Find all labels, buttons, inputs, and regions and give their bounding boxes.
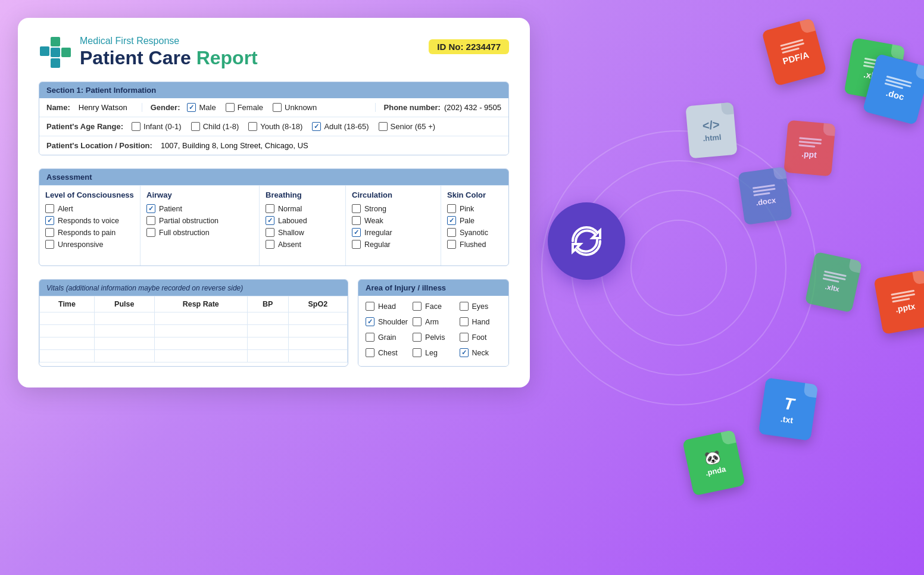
table-row <box>40 338 348 350</box>
col-skin-color-header: Skin Color <box>447 190 509 199</box>
cb-flushed[interactable] <box>447 240 456 249</box>
cb-adult[interactable] <box>312 122 321 131</box>
cb-male[interactable] <box>187 103 196 112</box>
cb-chest[interactable] <box>366 348 374 357</box>
title-normal: Report <box>196 47 258 68</box>
cb-senior[interactable] <box>379 122 388 131</box>
cb-child[interactable] <box>191 122 200 131</box>
col-consciousness-header: Level of Consciousness <box>45 190 134 199</box>
gender-unknown: Unknown <box>273 103 317 112</box>
file-icon-pdfa: PDF/A <box>761 18 827 86</box>
cb-shoulder[interactable] <box>366 317 374 326</box>
cb-foot[interactable] <box>460 333 469 342</box>
file-xltx-label: .xltx <box>825 282 840 293</box>
injury-arm: Arm <box>413 317 454 326</box>
cb-pink[interactable] <box>447 204 456 213</box>
injury-grain: Grain <box>366 333 408 342</box>
age-infant-label: Infant (0-1) <box>143 122 182 131</box>
col-airway-header: Airway <box>146 190 253 199</box>
cb-alert[interactable] <box>45 204 54 213</box>
injury-chest: Chest <box>366 348 408 357</box>
vitals-title: Vitals <box>46 284 64 292</box>
header-left: Medical First Response Patient Care Repo… <box>39 36 258 68</box>
injury-grid: Head Face Eyes Shoulder Arm Hand Grain P… <box>366 302 501 360</box>
sync-circle[interactable] <box>548 202 625 280</box>
cb-laboued[interactable] <box>266 216 274 225</box>
injury-hand: Hand <box>460 317 501 326</box>
name-label: Name: <box>46 103 70 112</box>
vitals-subtitle: (additional information maybe recorded o… <box>66 284 244 292</box>
cb-youth[interactable] <box>248 122 257 131</box>
injury-foot: Foot <box>460 333 501 342</box>
item-patient: Patient <box>146 204 253 213</box>
injury-face: Face <box>413 302 454 311</box>
age-child-label: Child (1-8) <box>203 122 239 131</box>
cb-responds-voice[interactable] <box>45 216 54 225</box>
vitals-body <box>40 312 348 362</box>
cb-face[interactable] <box>413 302 422 311</box>
item-partial-obs: Partial obstruction <box>146 216 253 225</box>
col-circulation-header: Circulation <box>352 190 435 199</box>
cb-arm[interactable] <box>413 317 422 326</box>
logo-icon <box>39 36 71 68</box>
item-shallow: Shallow <box>266 228 339 237</box>
header-subtitle: Medical First Response <box>80 36 258 46</box>
injury-pelvis: Pelvis <box>413 333 454 342</box>
cb-female[interactable] <box>226 103 235 112</box>
col-circulation: Circulation Strong Weak Irregular Regula… <box>346 186 441 265</box>
cb-infant[interactable] <box>132 122 141 131</box>
cb-syanotic[interactable] <box>447 228 456 237</box>
injury-eyes: Eyes <box>460 302 501 311</box>
cb-neck[interactable] <box>460 348 469 357</box>
item-alert: Alert <box>45 204 134 213</box>
col-consciousness: Level of Consciousness Alert Responds to… <box>39 186 141 265</box>
cb-hand[interactable] <box>460 317 469 326</box>
gender-unknown-label: Unknown <box>285 103 317 112</box>
cb-regular[interactable] <box>352 240 361 249</box>
item-pink: Pink <box>447 204 509 213</box>
icon-area: PDF/A .xlsx </> .html .ppt <box>512 0 924 575</box>
cb-eyes[interactable] <box>460 302 469 311</box>
cb-responds-pain[interactable] <box>45 228 54 237</box>
assessment-grid: Level of Consciousness Alert Responds to… <box>39 185 508 265</box>
cb-unknown[interactable] <box>273 103 282 112</box>
vitals-col-bp: BP <box>247 296 288 312</box>
assessment-header: Assessment <box>39 169 508 185</box>
file-icon-ppt: .ppt <box>783 120 835 177</box>
phone-value: (202) 432 - 9505 <box>444 103 501 112</box>
cb-pale[interactable] <box>447 216 456 225</box>
cb-strong[interactable] <box>352 204 361 213</box>
age-checkboxes: Infant (0-1) Child (1-8) Youth (8-18) Ad… <box>132 122 435 131</box>
phone-label: Phone number: <box>384 103 441 112</box>
file-icon-txt: T .txt <box>758 377 818 440</box>
report-card: Medical First Response Patient Care Repo… <box>18 18 530 388</box>
cb-pelvis[interactable] <box>413 333 422 342</box>
cb-weak[interactable] <box>352 216 361 225</box>
cb-leg[interactable] <box>413 348 422 357</box>
svg-point-5 <box>631 220 726 315</box>
gender-checkboxes: Male Female Unknown <box>187 103 317 112</box>
cb-grain[interactable] <box>366 333 374 342</box>
location-label: Patient's Location / Position: <box>46 141 152 150</box>
cb-irregular[interactable] <box>352 228 361 237</box>
cb-shallow[interactable] <box>266 228 274 237</box>
item-absent: Absent <box>266 240 339 249</box>
cb-unresponsive[interactable] <box>45 240 54 249</box>
gender-label: Gender: <box>151 103 180 112</box>
injury-header: Area of Injury / illness <box>358 280 508 296</box>
cb-head[interactable] <box>366 302 374 311</box>
file-docx-label: .docx <box>755 196 776 208</box>
cb-normal[interactable] <box>266 204 274 213</box>
injury-shoulder: Shoulder <box>366 317 408 326</box>
name-value: Henry Watson <box>79 103 127 112</box>
location-value: 1007, Building 8, Long Street, Chicago, … <box>161 141 308 150</box>
cb-partial-obs[interactable] <box>146 216 155 225</box>
vitals-header: Vitals (additional information maybe rec… <box>39 280 348 296</box>
col-breathing-header: Breathing <box>266 190 339 199</box>
cb-full-obs[interactable] <box>146 228 155 237</box>
cb-absent[interactable] <box>266 240 274 249</box>
item-unresponsive: Unresponsive <box>45 240 134 249</box>
cb-patient[interactable] <box>146 204 155 213</box>
age-youth-label: Youth (8-18) <box>260 122 302 131</box>
svg-rect-3 <box>51 58 60 68</box>
